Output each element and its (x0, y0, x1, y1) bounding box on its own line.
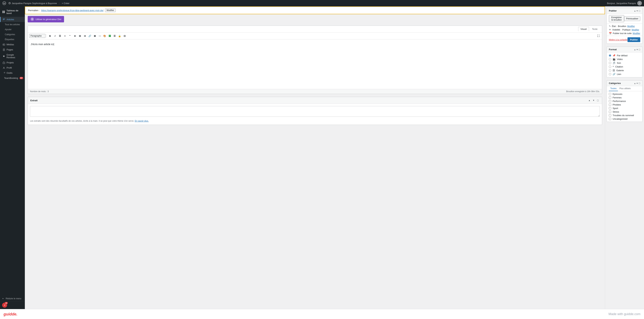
categories-collapse-down[interactable]: ▼ (636, 82, 638, 84)
cat-uncategorized[interactable]: Uncategorized (609, 118, 640, 120)
sidebar-item-google-reviews[interactable]: Google Reviews (0, 52, 25, 60)
cat-check-uncategorized[interactable] (609, 118, 611, 120)
align-center-button[interactable]: ⊟ (78, 34, 82, 38)
cat-check-performance[interactable] (609, 100, 611, 102)
italic-button[interactable]: I (53, 34, 57, 38)
editor-wrapper: Visuel Texte Paragraphe B I ☰ ≡ " ⬅ ⊟ ➡ … (28, 26, 602, 94)
cat-stress[interactable]: Stress (609, 111, 640, 113)
tab-visuel[interactable]: Visuel (578, 27, 589, 31)
format-radio-son[interactable] (609, 62, 611, 64)
permalink-modify-button[interactable]: Modifier (105, 9, 116, 12)
toolbar-sep-1 (46, 34, 47, 38)
format-option-video[interactable]: 🎬 Vidéo (609, 58, 640, 61)
status-row: ✎ État : Brouillon Modifier (609, 25, 640, 28)
cat-epreuves[interactable]: Epreuves (609, 93, 640, 95)
trash-link[interactable]: Mettre à la corbeille (609, 39, 628, 41)
align-left-button[interactable]: ⬅ (72, 34, 77, 38)
cat-femmes[interactable]: Femmes (609, 96, 640, 99)
format-radio-defaut[interactable] (609, 54, 611, 57)
format-option-galerie[interactable]: 🖼 Galerie (609, 69, 640, 72)
sidebar-item-profil[interactable]: Profil (0, 65, 25, 70)
cat-phobies[interactable]: Phobies (609, 103, 640, 106)
tab-toutes[interactable]: Toutes (609, 86, 618, 91)
format-expand[interactable]: ▢ (638, 48, 640, 51)
align-right-button[interactable]: ➡ (82, 34, 87, 38)
permalink-url[interactable]: https://parayre-sophrologue.fr/un-titre-… (41, 9, 104, 12)
sidebar-avatar[interactable]: J 18 (2, 303, 7, 308)
insert-more-button[interactable]: ⋯ (98, 34, 102, 38)
sidebar-item-ajouter[interactable]: Ajouter (0, 27, 25, 32)
reduce-menu[interactable]: Réduire le menu (0, 296, 25, 301)
sidebar-item-medias[interactable]: Médias (0, 42, 25, 47)
cat-performance[interactable]: Performance (609, 100, 640, 103)
link-button[interactable]: 🔗 (88, 34, 92, 38)
format-option-defaut[interactable]: 📌 Par défaut (609, 54, 640, 57)
blockquote-button[interactable]: " (68, 34, 72, 38)
image-button[interactable]: 🖼 (107, 34, 112, 38)
extrait-collapse-up[interactable]: ▲ (588, 99, 591, 102)
format-option-lien[interactable]: 🔗 Lien (609, 73, 640, 76)
align-justify-button[interactable]: ☰ (112, 34, 117, 38)
extrait-textarea[interactable] (30, 106, 600, 117)
tab-plus-utilises[interactable]: Plus utilisés (618, 86, 632, 91)
admin-site-name[interactable]: Jacqueline Parayre Sophrologue à Bayonne (8, 2, 57, 5)
format-collapse-down[interactable]: ▼ (636, 48, 638, 51)
lock-button[interactable]: 🔒 (117, 34, 122, 38)
table-button[interactable]: ⊡ (122, 34, 127, 38)
sidebar-item-teambooking[interactable]: TeamBooking 57 (0, 76, 25, 81)
sidebar-item-outils[interactable]: Outils (0, 70, 25, 76)
ordered-list-button[interactable]: ≡ (63, 34, 67, 38)
divi-button[interactable]: D Utiliser le générateur Divi (28, 16, 64, 22)
format-option-citation[interactable]: ❝ Citation (609, 65, 640, 68)
format-radio-lien[interactable] (609, 73, 611, 75)
extrait-expand[interactable]: ▢ (596, 99, 600, 102)
cat-check-femmes[interactable] (609, 96, 611, 99)
save-draft-button[interactable]: Enregistrer le brouillon (609, 15, 624, 22)
cat-troubles-sommeil[interactable]: Troubles du sommeil (609, 114, 640, 117)
user-avatar[interactable]: J (637, 1, 642, 6)
format-option-son[interactable]: 🎵 Son (609, 62, 640, 64)
preview-button[interactable]: Prévisualiser (624, 16, 640, 21)
cat-sport[interactable]: Sport (609, 107, 640, 110)
schedule-modify-link[interactable]: Modifier (633, 32, 640, 35)
create-button[interactable]: + Créer (62, 2, 70, 5)
unordered-list-button[interactable]: ☰ (58, 34, 62, 38)
admin-bar-right: Bonjour, Jacqueline Parayre J (607, 1, 642, 6)
format-collapse-up[interactable]: ▲ (634, 48, 636, 51)
expand-button[interactable]: ⛶ (596, 34, 600, 38)
cat-check-sport[interactable] (609, 107, 611, 109)
extrait-learn-more[interactable]: En savoir plus. (135, 120, 149, 122)
sidebar-item-articles[interactable]: Articles (0, 17, 25, 22)
status-modify-link[interactable]: Modifier (627, 25, 635, 28)
sidebar-brand[interactable]: Tableau de bord (0, 7, 25, 16)
publish-button[interactable]: Publier (628, 37, 640, 42)
publish-expand[interactable]: ▢ (638, 10, 640, 12)
cat-check-stress[interactable] (609, 111, 611, 113)
format-radio-video[interactable] (609, 58, 611, 60)
sidebar-item-tous-articles[interactable]: Tous les articles (0, 22, 25, 27)
bold-button[interactable]: B (48, 34, 52, 38)
categories-collapse-up[interactable]: ▲ (634, 82, 636, 84)
format-radio-galerie[interactable] (609, 69, 611, 72)
insert-table-button[interactable]: ⊞ (92, 34, 97, 38)
sidebar-item-pages[interactable]: Pages (0, 47, 25, 52)
format-radio-citation[interactable] (609, 66, 611, 68)
paragraph-select[interactable]: Paragraphe (29, 34, 46, 38)
sidebar-item-etiquettes[interactable]: Étiquettes (0, 37, 25, 42)
color-button[interactable]: 🎨 (102, 34, 107, 38)
cat-check-epreuves[interactable] (609, 93, 611, 95)
publish-collapse-up[interactable]: ▲ (634, 10, 636, 12)
categories-expand[interactable]: ▢ (638, 82, 640, 84)
cat-check-phobies[interactable] (609, 104, 611, 106)
publish-collapse-down[interactable]: ▼ (636, 10, 638, 12)
teambooking-badge: 57 (20, 77, 23, 79)
visibility-modify-link[interactable]: Modifier (632, 29, 639, 31)
editor-content[interactable]: J'écris mon article ici (28, 40, 602, 89)
tab-texte[interactable]: Texte (590, 27, 600, 31)
profil-icon (3, 67, 5, 69)
extrait-collapse-down[interactable]: ▼ (592, 99, 596, 102)
sidebar-item-projets[interactable]: Projets (0, 60, 25, 65)
cat-check-troubles-sommeil[interactable] (609, 114, 611, 117)
editor-toolbar: Paragraphe B I ☰ ≡ " ⬅ ⊟ ➡ 🔗 ⊞ ⋯ 🎨 🖼 ☰ 🔒… (28, 33, 602, 40)
sidebar-item-categories[interactable]: Catégories (0, 32, 25, 37)
